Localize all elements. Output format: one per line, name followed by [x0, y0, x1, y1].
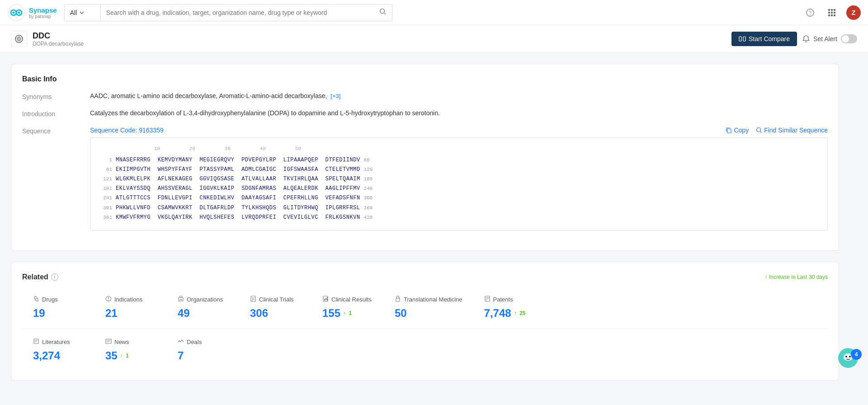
seq-line-end: 300 — [360, 194, 373, 202]
deal-icon — [178, 338, 184, 346]
copy-button[interactable]: Copy — [726, 127, 749, 134]
org-icon — [178, 296, 184, 303]
svg-rect-23 — [179, 296, 182, 297]
seq-line-start: 181 — [98, 185, 116, 193]
basic-info-card: Basic Info Synonyms AADC, aromatic L-ami… — [11, 64, 839, 251]
synonyms-row: Synonyms AADC, aromatic L-amino acid dec… — [22, 92, 828, 100]
related-card: Related i ↑ Increase in Last 30 days Dru… — [11, 262, 839, 381]
svg-point-4 — [18, 11, 20, 14]
find-similar-button[interactable]: Find Similar Sequence — [756, 127, 828, 134]
search-button[interactable] — [374, 8, 392, 17]
search-input[interactable] — [106, 9, 368, 16]
related-item-count: 19 — [33, 307, 84, 320]
seq-line: 241 ATLGTTTCCS FDNLLEVGPI CNKEDIWLHV DAA… — [98, 194, 820, 202]
increase-num: 1 — [349, 310, 352, 316]
seq-line-start: 1 — [98, 156, 116, 165]
svg-point-5 — [380, 9, 384, 14]
start-compare-button[interactable]: Start Compare — [731, 32, 797, 46]
sequence-label: Sequence — [22, 127, 90, 135]
seq-line-end: 180 — [360, 175, 373, 184]
chevron-down-icon — [80, 11, 84, 14]
svg-rect-39 — [106, 339, 111, 344]
seq-line: 1 MNASEFRRRG KEMVDYMANY MEGIEGRQVY PDVEP… — [98, 156, 820, 165]
alert-icon — [802, 35, 810, 42]
svg-point-15 — [757, 128, 761, 132]
seq-line-data: MNASEFRRRG KEMVDYMANY MEGIEGRQVY PDVEPGY… — [116, 156, 360, 165]
medicine-icon — [395, 296, 401, 303]
seq-line-start: 121 — [98, 175, 116, 184]
related-info-icon[interactable]: i — [51, 273, 58, 281]
seq-line-data: KMWFVFRMYG VKGLQAYIRK HVQLSHEFES LVRQDPR… — [116, 213, 360, 222]
svg-point-42 — [179, 340, 180, 341]
seq-line: 121 WLGKMLELPK AFLNEKAGEG GGVIQGSASE ATL… — [98, 175, 820, 184]
apps-button[interactable] — [825, 5, 839, 20]
related-item[interactable]: Deals 7 — [167, 331, 239, 369]
page-header: DDC DOPA decarboxylase Start Compare Set… — [0, 25, 868, 53]
related-item-label: Drugs — [33, 296, 84, 303]
alert-toggle[interactable] — [841, 34, 857, 43]
related-item[interactable]: Clinical Results 155↑1 — [311, 288, 384, 327]
related-item-label: News — [105, 338, 156, 346]
trial-icon — [250, 296, 256, 303]
logo[interactable]: Synapse by patsnap — [7, 4, 57, 22]
related-item[interactable]: Clinical Trials 306 — [239, 288, 311, 327]
related-item-label: Deals — [178, 338, 228, 346]
related-item[interactable]: Organizations 49 — [167, 288, 239, 327]
svg-text:?: ? — [809, 10, 811, 15]
svg-rect-14 — [727, 129, 731, 133]
synonyms-more-badge[interactable]: [+3] — [330, 93, 340, 99]
news-icon — [105, 338, 112, 346]
svg-line-18 — [35, 298, 37, 299]
related-item-label: Patents — [484, 296, 535, 303]
help-button[interactable]: ? — [803, 5, 817, 20]
related-item-count: 7 — [178, 349, 228, 362]
seq-line: 361 KMWFVFRMYG VKGLQAYIRK HVQLSHEFES LVR… — [98, 213, 820, 222]
related-item[interactable]: News 35↑1 — [94, 331, 167, 369]
related-item-count: 155↑1 — [322, 307, 373, 320]
find-similar-icon — [756, 127, 762, 133]
filter-selected-value: All — [70, 9, 77, 16]
svg-point-21 — [108, 300, 109, 301]
target-circle-icon — [14, 34, 24, 43]
related-item[interactable]: Patents 7,748↑25 — [473, 288, 546, 327]
sequence-code-link[interactable]: Sequence Code: 9163359 — [90, 127, 164, 134]
compare-icon — [739, 35, 746, 42]
seq-line-end: 240 — [360, 185, 373, 193]
seq-line-data: EKIIMPGVTH WHSPYFFAYF PTASSYPAML ADMLCGA… — [116, 165, 360, 174]
related-item[interactable]: Drugs 19 — [22, 288, 94, 327]
sequence-actions: Copy Find Similar Sequence — [726, 127, 828, 134]
synonyms-label: Synonyms — [22, 92, 90, 100]
seq-line-start: 301 — [98, 204, 116, 212]
svg-rect-31 — [327, 297, 328, 301]
result-icon — [322, 296, 329, 303]
notification-badge: 4 — [851, 349, 862, 360]
related-item-count: 35↑1 — [105, 349, 156, 362]
increase-arrow: ↑ — [343, 310, 346, 316]
related-item[interactable]: Indications 21 — [94, 288, 167, 327]
page-acronym: DDC — [33, 31, 84, 41]
lit-icon — [33, 338, 39, 346]
increase-num: 25 — [519, 310, 525, 316]
seq-line-start: 361 — [98, 214, 116, 222]
top-navigation: Synapse by patsnap All ? Z — [0, 0, 868, 25]
related-item-label: Indications — [105, 296, 156, 303]
page-full-name: DOPA decarboxylase — [33, 41, 84, 47]
search-filter-container: All — [64, 4, 392, 21]
alert-area: Set Alert — [802, 34, 857, 43]
increase-num: 1 — [126, 353, 129, 359]
seq-line-data: ATLGTTTCCS FDNLLEVGPI CNKEDIWLHV DAAYAGS… — [116, 194, 360, 202]
user-avatar[interactable]: Z — [846, 5, 861, 20]
svg-point-3 — [13, 11, 15, 14]
seq-line-end: 360 — [360, 204, 373, 212]
related-item[interactable]: Literatures 3,274 — [22, 331, 94, 369]
svg-rect-29 — [324, 299, 325, 301]
main-content: Basic Info Synonyms AADC, aromatic L-ami… — [0, 53, 850, 402]
related-item[interactable]: Translational Medicine 50 — [384, 288, 473, 327]
page-header-right: Start Compare Set Alert — [731, 32, 857, 46]
seq-line: 181 EKLVAYSSDQ AHSSVERAGL IGGVKLKAIP SDG… — [98, 184, 820, 193]
filter-dropdown[interactable]: All — [65, 5, 101, 21]
target-icon — [11, 31, 27, 47]
related-item-count: 49 — [178, 307, 228, 320]
sequence-viewer[interactable]: 1020304050 1 MNASEFRRRG KEMVDYMANY MEGIE… — [90, 137, 828, 231]
seq-line-data: WLGKMLELPK AFLNEKAGEG GGVIQGSASE ATLVALL… — [116, 175, 360, 184]
